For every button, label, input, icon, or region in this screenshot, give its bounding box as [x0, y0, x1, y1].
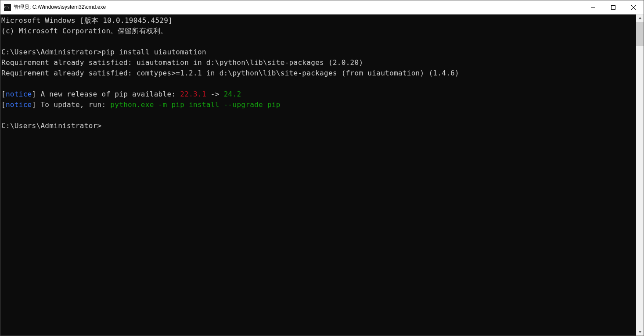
terminal-output[interactable]: Microsoft Windows [版本 10.0.19045.4529] (…	[0, 14, 636, 336]
notice-2-word: notice	[6, 100, 32, 109]
window-controls	[583, 0, 644, 14]
notice-2-text: To update, run:	[36, 100, 110, 109]
scrollbar[interactable]	[636, 14, 644, 336]
notice-1-word: notice	[6, 90, 32, 98]
prompt-1-command: pip install uiautomation	[101, 48, 206, 56]
prompt-1-path: C:\Users\Administrator>	[1, 48, 101, 56]
scroll-thumb[interactable]	[636, 22, 644, 46]
scroll-down-button[interactable]	[636, 328, 644, 336]
header-line-2: (c) Microsoft Corporation。保留所有权利。	[1, 27, 168, 35]
notice-1-old-version: 22.3.1	[180, 90, 206, 98]
minimize-button[interactable]	[583, 0, 603, 14]
notice-1-bracket-open: [	[1, 90, 6, 98]
notice-2-bracket-close: ]	[32, 100, 36, 109]
scroll-up-button[interactable]	[636, 14, 644, 22]
requirement-line-1: Requirement already satisfied: uiautomat…	[1, 58, 363, 67]
window-title: 管理员: C:\Windows\system32\cmd.exe	[14, 4, 106, 11]
close-icon	[631, 5, 636, 10]
notice-1-text: A new release of pip available:	[36, 90, 180, 98]
maximize-button[interactable]	[603, 0, 623, 14]
minimize-icon	[591, 5, 595, 10]
scroll-track[interactable]	[636, 22, 644, 328]
notice-2-command: python.exe -m pip install --upgrade pip	[110, 100, 280, 109]
chevron-down-icon	[638, 331, 642, 333]
svg-rect-1	[612, 5, 615, 9]
terminal-area: Microsoft Windows [版本 10.0.19045.4529] (…	[0, 14, 644, 336]
notice-1-bracket-close: ]	[32, 90, 36, 98]
notice-1-arrow: ->	[206, 90, 224, 98]
notice-2-bracket-open: [	[1, 100, 6, 109]
maximize-icon	[611, 5, 615, 10]
chevron-up-icon	[638, 17, 642, 19]
close-button[interactable]	[623, 0, 644, 14]
prompt-2-path: C:\Users\Administrator>	[1, 122, 101, 130]
titlebar[interactable]: C:\. 管理员: C:\Windows\system32\cmd.exe	[0, 0, 644, 14]
cmd-icon: C:\.	[4, 4, 11, 11]
header-line-1: Microsoft Windows [版本 10.0.19045.4529]	[1, 16, 173, 25]
titlebar-left: C:\. 管理员: C:\Windows\system32\cmd.exe	[0, 4, 106, 11]
notice-1-new-version: 24.2	[224, 90, 241, 98]
cmd-window: C:\. 管理员: C:\Windows\system32\cmd.exe Mi…	[0, 0, 644, 336]
requirement-line-2: Requirement already satisfied: comtypes>…	[1, 69, 459, 77]
